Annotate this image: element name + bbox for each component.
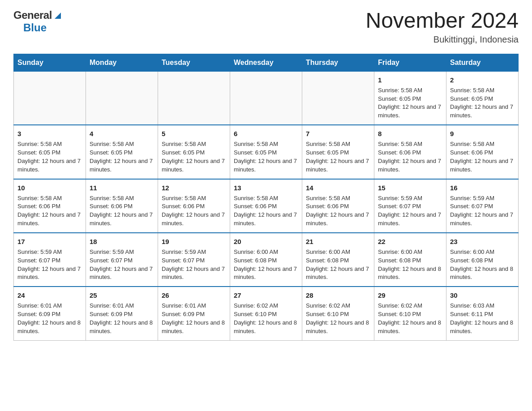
calendar-header-row: Sunday Monday Tuesday Wednesday Thursday… [14, 54, 519, 71]
table-row: 13Sunrise: 5:58 AM Sunset: 6:06 PM Dayli… [230, 179, 302, 233]
day-info: Sunrise: 6:02 AM Sunset: 6:10 PM Dayligh… [378, 302, 442, 335]
day-number: 12 [162, 183, 226, 193]
day-number: 30 [450, 291, 515, 300]
table-row: 25Sunrise: 6:01 AM Sunset: 6:09 PM Dayli… [86, 287, 158, 340]
table-row [86, 71, 158, 125]
table-row: 21Sunrise: 6:00 AM Sunset: 6:08 PM Dayli… [302, 233, 374, 287]
day-info: Sunrise: 5:58 AM Sunset: 6:05 PM Dayligh… [450, 86, 515, 120]
header: General Blue November 2024 Bukittinggi, … [13, 9, 519, 45]
col-thursday: Thursday [302, 54, 374, 71]
table-row: 7Sunrise: 5:58 AM Sunset: 6:05 PM Daylig… [302, 125, 374, 179]
table-row: 18Sunrise: 5:59 AM Sunset: 6:07 PM Dayli… [86, 233, 158, 287]
calendar-week-row: 1Sunrise: 5:58 AM Sunset: 6:05 PM Daylig… [14, 71, 519, 125]
day-info: Sunrise: 6:03 AM Sunset: 6:11 PM Dayligh… [450, 302, 515, 335]
table-row: 29Sunrise: 6:02 AM Sunset: 6:10 PM Dayli… [374, 287, 446, 340]
table-row [158, 71, 230, 125]
day-number: 22 [378, 237, 442, 246]
table-row: 4Sunrise: 5:58 AM Sunset: 6:05 PM Daylig… [86, 125, 158, 179]
day-info: Sunrise: 6:01 AM Sunset: 6:09 PM Dayligh… [162, 302, 226, 335]
location-subtitle: Bukittinggi, Indonesia [365, 34, 519, 45]
day-info: Sunrise: 6:00 AM Sunset: 6:08 PM Dayligh… [450, 248, 515, 282]
table-row: 6Sunrise: 5:58 AM Sunset: 6:05 PM Daylig… [230, 125, 302, 179]
day-info: Sunrise: 6:02 AM Sunset: 6:10 PM Dayligh… [306, 302, 370, 335]
day-info: Sunrise: 5:58 AM Sunset: 6:05 PM Dayligh… [17, 140, 82, 174]
logo-general-text: General [13, 9, 52, 21]
day-info: Sunrise: 5:58 AM Sunset: 6:06 PM Dayligh… [17, 194, 82, 228]
day-info: Sunrise: 6:00 AM Sunset: 6:08 PM Dayligh… [378, 248, 442, 282]
day-info: Sunrise: 5:59 AM Sunset: 6:07 PM Dayligh… [90, 248, 154, 282]
col-monday: Monday [86, 54, 158, 71]
table-row: 20Sunrise: 6:00 AM Sunset: 6:08 PM Dayli… [230, 233, 302, 287]
table-row: 8Sunrise: 5:58 AM Sunset: 6:06 PM Daylig… [374, 125, 446, 179]
day-info: Sunrise: 5:59 AM Sunset: 6:07 PM Dayligh… [162, 248, 226, 282]
day-number: 7 [306, 129, 370, 138]
day-info: Sunrise: 6:01 AM Sunset: 6:09 PM Dayligh… [17, 302, 82, 335]
logo-triangle-icon [53, 11, 63, 21]
day-info: Sunrise: 5:58 AM Sunset: 6:05 PM Dayligh… [378, 86, 442, 120]
table-row: 15Sunrise: 5:59 AM Sunset: 6:07 PM Dayli… [374, 179, 446, 233]
table-row: 24Sunrise: 6:01 AM Sunset: 6:09 PM Dayli… [14, 287, 86, 340]
day-info: Sunrise: 5:59 AM Sunset: 6:07 PM Dayligh… [17, 248, 82, 282]
month-year-title: November 2024 [365, 9, 519, 33]
table-row: 2Sunrise: 5:58 AM Sunset: 6:05 PM Daylig… [446, 71, 519, 125]
day-info: Sunrise: 5:58 AM Sunset: 6:06 PM Dayligh… [450, 140, 515, 174]
day-info: Sunrise: 5:59 AM Sunset: 6:07 PM Dayligh… [450, 194, 515, 228]
day-info: Sunrise: 5:59 AM Sunset: 6:07 PM Dayligh… [378, 194, 442, 228]
calendar-week-row: 24Sunrise: 6:01 AM Sunset: 6:09 PM Dayli… [14, 287, 519, 340]
day-number: 26 [162, 291, 226, 300]
col-tuesday: Tuesday [158, 54, 230, 71]
day-info: Sunrise: 6:00 AM Sunset: 6:08 PM Dayligh… [306, 248, 370, 282]
table-row: 22Sunrise: 6:00 AM Sunset: 6:08 PM Dayli… [374, 233, 446, 287]
table-row: 5Sunrise: 5:58 AM Sunset: 6:05 PM Daylig… [158, 125, 230, 179]
table-row: 11Sunrise: 5:58 AM Sunset: 6:06 PM Dayli… [86, 179, 158, 233]
day-number: 1 [378, 75, 442, 85]
table-row: 30Sunrise: 6:03 AM Sunset: 6:11 PM Dayli… [446, 287, 519, 340]
day-info: Sunrise: 5:58 AM Sunset: 6:05 PM Dayligh… [234, 140, 298, 174]
day-number: 5 [162, 129, 226, 138]
col-saturday: Saturday [446, 54, 519, 71]
day-info: Sunrise: 6:00 AM Sunset: 6:08 PM Dayligh… [234, 248, 298, 282]
table-row [230, 71, 302, 125]
day-info: Sunrise: 5:58 AM Sunset: 6:05 PM Dayligh… [90, 140, 154, 174]
table-row: 26Sunrise: 6:01 AM Sunset: 6:09 PM Dayli… [158, 287, 230, 340]
calendar-table: Sunday Monday Tuesday Wednesday Thursday… [13, 54, 519, 341]
svg-marker-0 [55, 13, 61, 19]
table-row: 14Sunrise: 5:58 AM Sunset: 6:06 PM Dayli… [302, 179, 374, 233]
table-row: 23Sunrise: 6:00 AM Sunset: 6:08 PM Dayli… [446, 233, 519, 287]
table-row [302, 71, 374, 125]
table-row: 19Sunrise: 5:59 AM Sunset: 6:07 PM Dayli… [158, 233, 230, 287]
day-number: 28 [306, 291, 370, 300]
table-row: 28Sunrise: 6:02 AM Sunset: 6:10 PM Dayli… [302, 287, 374, 340]
day-number: 17 [17, 237, 82, 246]
day-number: 9 [450, 129, 515, 138]
table-row: 1Sunrise: 5:58 AM Sunset: 6:05 PM Daylig… [374, 71, 446, 125]
day-number: 16 [450, 183, 515, 193]
day-number: 24 [17, 291, 82, 300]
day-number: 19 [162, 237, 226, 246]
day-number: 6 [234, 129, 298, 138]
day-number: 25 [90, 291, 154, 300]
table-row: 17Sunrise: 5:59 AM Sunset: 6:07 PM Dayli… [14, 233, 86, 287]
logo-blue-text: Blue [23, 21, 47, 34]
day-info: Sunrise: 5:58 AM Sunset: 6:06 PM Dayligh… [234, 194, 298, 228]
day-number: 18 [90, 237, 154, 246]
col-friday: Friday [374, 54, 446, 71]
day-number: 13 [234, 183, 298, 193]
day-info: Sunrise: 6:02 AM Sunset: 6:10 PM Dayligh… [234, 302, 298, 335]
day-info: Sunrise: 5:58 AM Sunset: 6:05 PM Dayligh… [306, 140, 370, 174]
day-number: 23 [450, 237, 515, 246]
day-number: 14 [306, 183, 370, 193]
col-wednesday: Wednesday [230, 54, 302, 71]
col-sunday: Sunday [14, 54, 86, 71]
table-row: 3Sunrise: 5:58 AM Sunset: 6:05 PM Daylig… [14, 125, 86, 179]
day-number: 20 [234, 237, 298, 246]
day-number: 21 [306, 237, 370, 246]
day-info: Sunrise: 5:58 AM Sunset: 6:05 PM Dayligh… [162, 140, 226, 174]
day-info: Sunrise: 6:01 AM Sunset: 6:09 PM Dayligh… [90, 302, 154, 335]
day-number: 29 [378, 291, 442, 300]
day-number: 11 [90, 183, 154, 193]
calendar-week-row: 3Sunrise: 5:58 AM Sunset: 6:05 PM Daylig… [14, 125, 519, 179]
day-number: 2 [450, 75, 515, 85]
table-row: 9Sunrise: 5:58 AM Sunset: 6:06 PM Daylig… [446, 125, 519, 179]
day-info: Sunrise: 5:58 AM Sunset: 6:06 PM Dayligh… [306, 194, 370, 228]
